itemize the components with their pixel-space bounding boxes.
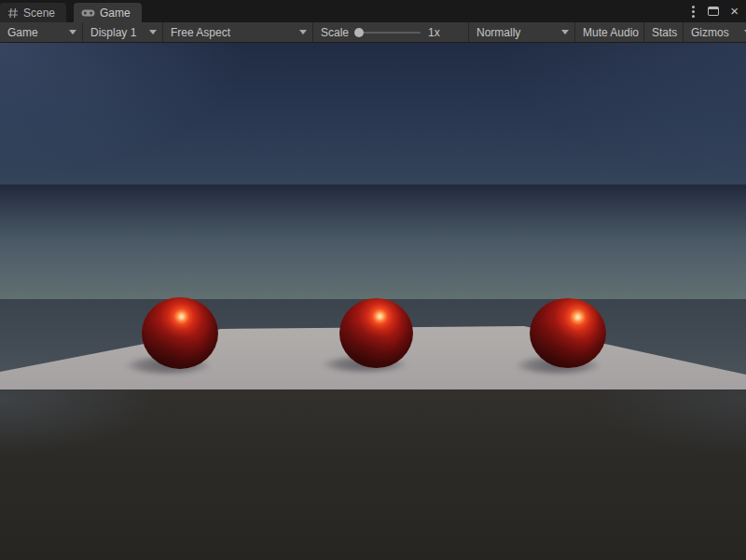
sphere-layer bbox=[0, 43, 746, 560]
red-sphere-2 bbox=[339, 298, 413, 368]
tab-bar: Scene Game × bbox=[0, 0, 746, 22]
stats-button[interactable]: Stats bbox=[644, 22, 684, 42]
display-dropdown[interactable]: Display 1 bbox=[83, 22, 163, 42]
tab-scene-label: Scene bbox=[23, 7, 55, 20]
tab-game-label: Game bbox=[100, 7, 131, 20]
scale-control: Scale 1x bbox=[313, 22, 469, 42]
play-focus-dropdown[interactable]: Normally bbox=[469, 22, 575, 42]
scale-slider-knob[interactable] bbox=[354, 28, 364, 37]
close-icon[interactable]: × bbox=[730, 7, 739, 16]
maximize-icon[interactable] bbox=[708, 7, 719, 16]
chevron-down-icon bbox=[149, 30, 157, 34]
red-sphere-3 bbox=[530, 298, 606, 368]
red-sphere-1 bbox=[142, 297, 218, 369]
game-mode-dropdown[interactable]: Game bbox=[0, 22, 83, 42]
panel-menu-icon[interactable] bbox=[690, 3, 697, 20]
game-viewport[interactable] bbox=[0, 43, 746, 560]
window-controls: × bbox=[690, 0, 746, 22]
mute-audio-button[interactable]: Mute Audio bbox=[575, 22, 644, 42]
chevron-down-icon bbox=[561, 30, 569, 34]
tab-game[interactable]: Game bbox=[74, 3, 142, 22]
scale-value: 1x bbox=[428, 26, 440, 39]
chevron-down-icon bbox=[299, 30, 307, 34]
aspect-ratio-dropdown[interactable]: Free Aspect bbox=[163, 22, 313, 42]
grid-icon bbox=[7, 7, 19, 19]
game-view-toolbar: Game Display 1 Free Aspect Scale 1x Norm… bbox=[0, 22, 746, 43]
tab-scene[interactable]: Scene bbox=[0, 3, 66, 22]
gamepad-icon bbox=[81, 8, 95, 18]
chevron-down-icon bbox=[69, 30, 76, 34]
game-view-panel: Scene Game × Game Display 1 bbox=[0, 0, 746, 560]
scale-label: Scale bbox=[321, 26, 349, 39]
scale-slider[interactable] bbox=[355, 32, 421, 34]
gizmos-dropdown[interactable]: Gizmos bbox=[684, 22, 746, 42]
